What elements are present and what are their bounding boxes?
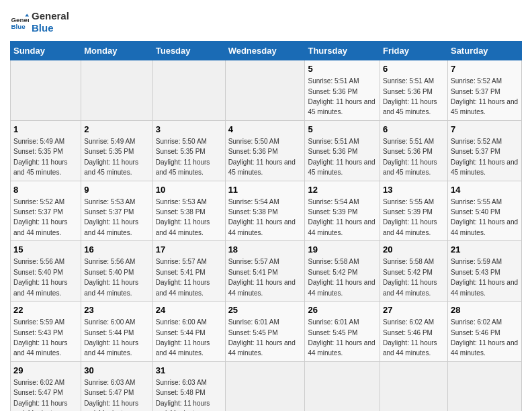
sunrise-text: Sunrise: 6:03 AM <box>156 379 207 386</box>
sunset-text: Sunset: 5:48 PM <box>156 389 206 396</box>
sunrise-text: Sunrise: 6:03 AM <box>84 379 135 386</box>
daylight-text: Daylight: 11 hours and 45 minutes. <box>308 98 375 116</box>
calendar-cell <box>380 361 448 411</box>
header-wednesday: Wednesday <box>225 42 305 60</box>
daylight-text: Daylight: 11 hours and 44 minutes. <box>156 400 210 411</box>
daylight-text: Daylight: 11 hours and 45 minutes. <box>451 158 518 176</box>
calendar-cell: 4 Sunrise: 5:50 AM Sunset: 5:36 PM Dayli… <box>225 120 305 181</box>
sunrise-text: Sunrise: 5:55 AM <box>383 198 434 205</box>
sunset-text: Sunset: 5:39 PM <box>308 208 357 216</box>
calendar-cell: 28 Sunrise: 6:02 AM Sunset: 5:46 PM Dayl… <box>447 302 521 362</box>
sunset-text: Sunset: 5:47 PM <box>84 389 134 396</box>
calendar-cell: 27 Sunrise: 6:02 AM Sunset: 5:46 PM Dayl… <box>380 302 448 362</box>
calendar-cell: 10 Sunrise: 5:53 AM Sunset: 5:38 PM Dayl… <box>152 181 225 241</box>
logo-text-blue: Blue <box>32 22 69 34</box>
sunrise-text: Sunrise: 5:49 AM <box>13 138 64 145</box>
sunset-text: Sunset: 5:36 PM <box>383 88 433 95</box>
calendar-cell <box>11 60 81 121</box>
sunset-text: Sunset: 5:35 PM <box>13 148 63 155</box>
sunset-text: Sunset: 5:41 PM <box>156 269 206 276</box>
calendar-cell: 6 Sunrise: 5:51 AM Sunset: 5:36 PM Dayli… <box>380 60 448 121</box>
sunrise-text: Sunrise: 5:54 AM <box>308 198 359 205</box>
calendar-table: SundayMondayTuesdayWednesdayThursdayFrid… <box>10 41 522 411</box>
daylight-text: Daylight: 11 hours and 44 minutes. <box>308 218 375 236</box>
calendar-cell: 7 Sunrise: 5:52 AM Sunset: 5:37 PM Dayli… <box>447 120 521 181</box>
daylight-text: Daylight: 11 hours and 44 minutes. <box>156 339 210 357</box>
daylight-text: Daylight: 11 hours and 45 minutes. <box>451 98 518 116</box>
week-row: 5 Sunrise: 5:51 AM Sunset: 5:36 PM Dayli… <box>11 60 522 121</box>
calendar-cell: 31 Sunrise: 6:03 AM Sunset: 5:48 PM Dayl… <box>152 361 225 411</box>
day-number: 6 <box>383 124 445 136</box>
calendar-cell: 12 Sunrise: 5:54 AM Sunset: 5:39 PM Dayl… <box>305 181 380 241</box>
sunrise-text: Sunrise: 5:53 AM <box>156 198 207 205</box>
daylight-text: Daylight: 11 hours and 44 minutes. <box>84 279 138 296</box>
day-number: 5 <box>308 124 377 136</box>
day-number: 25 <box>228 304 302 316</box>
calendar-cell <box>447 361 521 411</box>
sunrise-text: Sunrise: 6:02 AM <box>451 318 502 326</box>
daylight-text: Daylight: 11 hours and 44 minutes. <box>383 339 437 357</box>
calendar-cell: 9 Sunrise: 5:53 AM Sunset: 5:37 PM Dayli… <box>81 181 152 241</box>
day-number: 14 <box>451 184 519 196</box>
calendar-cell: 23 Sunrise: 6:00 AM Sunset: 5:44 PM Dayl… <box>81 302 152 362</box>
day-number: 18 <box>228 244 302 256</box>
sunrise-text: Sunrise: 5:49 AM <box>84 138 135 145</box>
sunrise-text: Sunrise: 5:57 AM <box>156 258 207 265</box>
calendar-cell: 5 Sunrise: 5:51 AM Sunset: 5:36 PM Dayli… <box>305 60 380 121</box>
sunset-text: Sunset: 5:42 PM <box>308 269 357 276</box>
logo-text-general: General <box>32 10 69 22</box>
sunset-text: Sunset: 5:39 PM <box>383 208 433 216</box>
sunrise-text: Sunrise: 6:01 AM <box>308 318 359 326</box>
sunset-text: Sunset: 5:36 PM <box>308 148 357 155</box>
day-number: 10 <box>156 184 222 196</box>
logo-icon: General Blue <box>10 13 29 32</box>
logo: General Blue General Blue <box>10 10 69 34</box>
sunrise-text: Sunrise: 5:59 AM <box>13 318 64 326</box>
sunset-text: Sunset: 5:45 PM <box>308 329 357 336</box>
daylight-text: Daylight: 11 hours and 44 minutes. <box>383 279 437 296</box>
day-number: 26 <box>308 304 377 316</box>
daylight-text: Daylight: 11 hours and 44 minutes. <box>451 218 518 236</box>
sunrise-text: Sunrise: 5:57 AM <box>228 258 279 265</box>
sunrise-text: Sunrise: 5:52 AM <box>451 138 502 145</box>
sunset-text: Sunset: 5:37 PM <box>451 148 500 155</box>
header-friday: Friday <box>380 42 448 60</box>
sunset-text: Sunset: 5:44 PM <box>84 329 134 336</box>
header-monday: Monday <box>81 42 152 60</box>
calendar-cell: 6 Sunrise: 5:51 AM Sunset: 5:36 PM Dayli… <box>380 120 448 181</box>
daylight-text: Daylight: 11 hours and 44 minutes. <box>228 279 296 296</box>
calendar-cell <box>152 60 225 121</box>
daylight-text: Daylight: 11 hours and 44 minutes. <box>13 218 68 236</box>
sunrise-text: Sunrise: 5:56 AM <box>13 258 64 265</box>
header-thursday: Thursday <box>305 42 380 60</box>
calendar-cell <box>225 60 305 121</box>
sunrise-text: Sunrise: 5:52 AM <box>451 77 502 85</box>
calendar-cell: 1 Sunrise: 5:49 AM Sunset: 5:35 PM Dayli… <box>11 120 81 181</box>
sunrise-text: Sunrise: 5:59 AM <box>451 258 502 265</box>
day-number: 3 <box>156 124 222 136</box>
sunset-text: Sunset: 5:38 PM <box>228 208 278 216</box>
day-number: 27 <box>383 304 445 316</box>
sunset-text: Sunset: 5:44 PM <box>156 329 206 336</box>
day-number: 11 <box>228 184 302 196</box>
day-number: 24 <box>156 304 222 316</box>
calendar-cell: 2 Sunrise: 5:49 AM Sunset: 5:35 PM Dayli… <box>81 120 152 181</box>
daylight-text: Daylight: 11 hours and 45 minutes. <box>13 158 68 176</box>
daylight-text: Daylight: 11 hours and 44 minutes. <box>228 218 296 236</box>
day-number: 20 <box>383 244 445 256</box>
sunrise-text: Sunrise: 5:58 AM <box>383 258 434 265</box>
days-header-row: SundayMondayTuesdayWednesdayThursdayFrid… <box>11 42 522 60</box>
sunset-text: Sunset: 5:40 PM <box>84 269 134 276</box>
sunset-text: Sunset: 5:35 PM <box>84 148 134 155</box>
daylight-text: Daylight: 11 hours and 45 minutes. <box>383 98 437 116</box>
calendar-cell: 25 Sunrise: 6:01 AM Sunset: 5:45 PM Dayl… <box>225 302 305 362</box>
sunset-text: Sunset: 5:43 PM <box>13 329 63 336</box>
day-number: 6 <box>383 63 445 75</box>
daylight-text: Daylight: 11 hours and 45 minutes. <box>84 158 138 176</box>
calendar-cell: 7 Sunrise: 5:52 AM Sunset: 5:37 PM Dayli… <box>447 60 521 121</box>
calendar-cell: 30 Sunrise: 6:03 AM Sunset: 5:47 PM Dayl… <box>81 361 152 411</box>
daylight-text: Daylight: 11 hours and 44 minutes. <box>156 279 210 296</box>
daylight-text: Daylight: 11 hours and 44 minutes. <box>451 279 518 296</box>
week-row: 1 Sunrise: 5:49 AM Sunset: 5:35 PM Dayli… <box>11 120 522 181</box>
day-number: 4 <box>228 124 302 136</box>
